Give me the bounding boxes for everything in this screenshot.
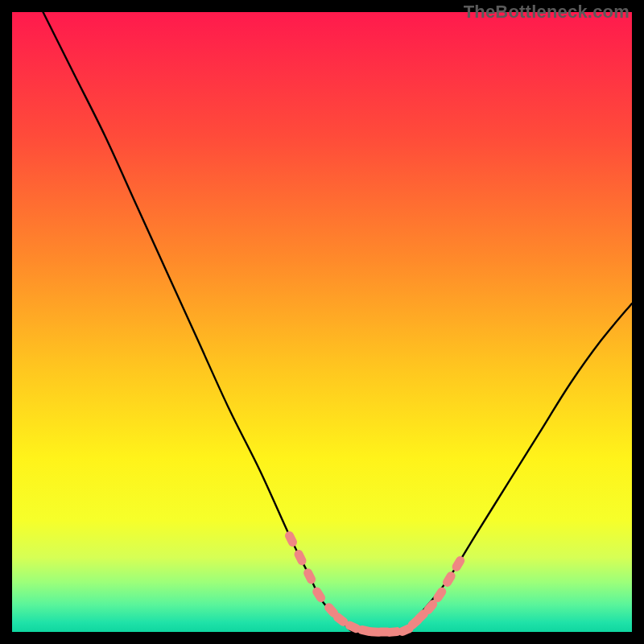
bottleneck-curve-layer: [12, 12, 632, 632]
curve-markers: [283, 530, 466, 638]
curve-marker: [302, 567, 317, 585]
bottleneck-curve: [43, 12, 633, 633]
curve-marker: [283, 530, 299, 548]
curve-marker: [293, 548, 308, 567]
watermark-text: TheBottleneck.com: [464, 2, 630, 23]
curve-marker: [451, 555, 467, 573]
chart-frame: [12, 12, 632, 632]
curve-marker: [311, 585, 327, 604]
